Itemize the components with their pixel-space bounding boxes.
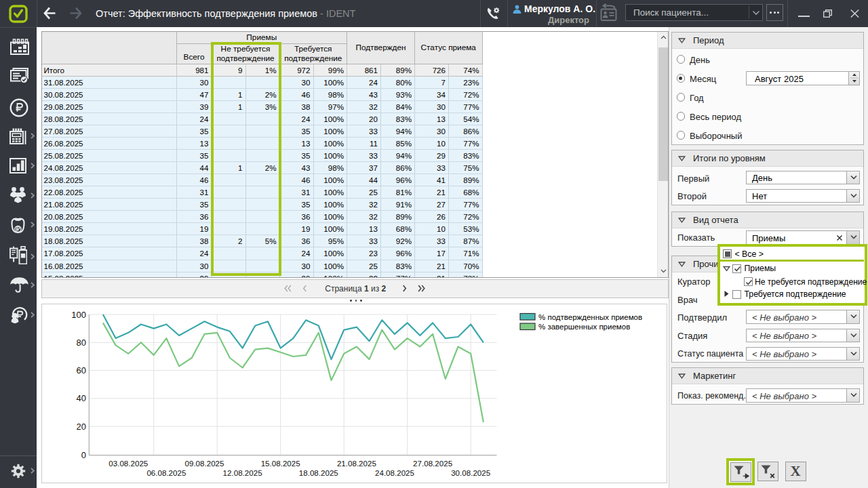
svg-text:% подтвержденных приемов: % подтвержденных приемов [538,313,642,321]
svg-text:30.08.2025: 30.08.2025 [451,468,490,477]
svg-text:100: 100 [71,310,86,320]
svg-text:09.08.2025: 09.08.2025 [184,459,224,468]
svg-text:03.08.2025: 03.08.2025 [108,459,148,468]
svg-text:24.08.2025: 24.08.2025 [374,468,414,477]
svg-text:21.08.2025: 21.08.2025 [336,459,376,468]
svg-text:12.08.2025: 12.08.2025 [222,468,262,477]
svg-text:60: 60 [76,365,85,375]
svg-text:27.08.2025: 27.08.2025 [413,459,452,468]
svg-text:% завершенных приемов: % завершенных приемов [538,323,630,331]
svg-text:18.08.2025: 18.08.2025 [298,468,338,477]
svg-text:15.08.2025: 15.08.2025 [260,459,300,468]
svg-text:40: 40 [76,393,85,403]
svg-text:20: 20 [76,422,85,432]
svg-text:80: 80 [76,338,85,348]
svg-text:06.08.2025: 06.08.2025 [146,468,186,477]
svg-text:0: 0 [81,450,85,460]
